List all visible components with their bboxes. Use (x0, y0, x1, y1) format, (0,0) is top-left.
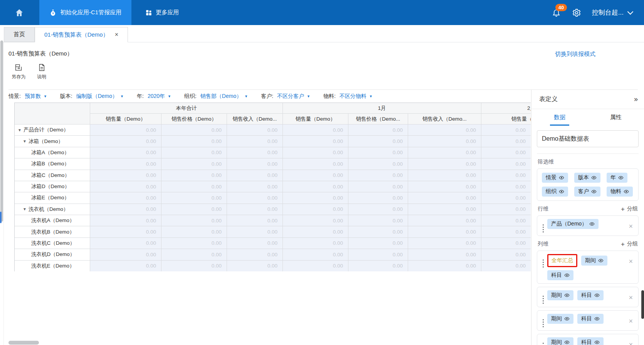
value-cell[interactable]: 0.00 (161, 170, 227, 181)
value-cell[interactable]: 0.00 (90, 181, 161, 192)
value-cell[interactable]: 0.00 (90, 147, 161, 158)
dimension-chip[interactable]: 产品（Demo） (547, 219, 599, 229)
value-cell[interactable]: 0.00 (90, 170, 161, 181)
value-cell[interactable]: 0.00 (227, 181, 283, 192)
value-cell[interactable]: 0.00 (348, 125, 408, 136)
value-cell[interactable]: 0.00 (161, 192, 227, 204)
value-cell[interactable]: 0.00 (227, 147, 283, 158)
row-label-cell[interactable]: 冰箱B（Demo） (15, 158, 90, 170)
value-cell[interactable]: 0.00 (481, 249, 531, 260)
value-cell[interactable]: 0.00 (161, 181, 227, 192)
value-cell[interactable]: 0.00 (283, 170, 348, 181)
value-cell[interactable]: 0.00 (161, 147, 227, 158)
table-name-input[interactable]: Demo基础数据表 (537, 130, 639, 147)
save-as-button[interactable]: 另存为 (12, 63, 25, 80)
value-cell[interactable]: 0.00 (90, 125, 161, 136)
value-cell[interactable]: 0.00 (408, 215, 481, 226)
remove-dimension-icon[interactable]: × (629, 318, 633, 325)
value-cell[interactable]: 0.00 (481, 226, 531, 237)
switch-to-fill-mode-link[interactable]: 切换到填报模式 (555, 50, 595, 58)
value-cell[interactable]: 0.00 (481, 158, 531, 170)
value-cell[interactable]: 0.00 (283, 147, 348, 158)
drag-handle-icon[interactable] (541, 343, 545, 345)
dimension-chip[interactable]: 期间 (547, 337, 573, 345)
remove-dimension-icon[interactable]: × (629, 341, 633, 345)
value-cell[interactable]: 0.00 (161, 215, 227, 226)
value-cell[interactable]: 0.00 (161, 226, 227, 237)
value-cell[interactable]: 0.00 (348, 158, 408, 170)
dimension-chip[interactable]: 科目 (577, 314, 604, 324)
filter-scenario[interactable]: 情景:预算数▼ (8, 93, 47, 100)
value-cell[interactable]: 0.00 (283, 181, 348, 192)
value-cell[interactable]: 0.00 (283, 125, 348, 136)
value-cell[interactable]: 0.00 (283, 261, 348, 272)
value-cell[interactable]: 0.00 (161, 125, 227, 136)
more-apps-button[interactable]: 更多应用 (135, 0, 189, 25)
filter-customer[interactable]: 客户:不区分客户▼ (261, 93, 310, 100)
value-cell[interactable]: 0.00 (227, 125, 283, 136)
filter-material[interactable]: 物料:不区分物料▼ (323, 93, 373, 100)
row-label-cell[interactable]: ▼洗衣机（Demo） (15, 204, 90, 215)
filter-year[interactable]: 年:2020年▼ (137, 93, 171, 100)
value-cell[interactable]: 0.00 (90, 249, 161, 260)
value-cell[interactable]: 0.00 (481, 136, 531, 147)
drag-handle-icon[interactable] (541, 319, 545, 327)
row-label-cell[interactable]: ▼冰箱（Demo） (15, 136, 90, 147)
row-label-cell[interactable]: 冰箱D（Demo） (15, 181, 90, 192)
tab-home[interactable]: 首页 (4, 27, 35, 42)
row-label-cell[interactable]: 洗衣机D（Demo） (15, 249, 90, 260)
value-cell[interactable]: 0.00 (348, 136, 408, 147)
value-cell[interactable]: 0.00 (348, 192, 408, 204)
expand-collapse-icon[interactable]: ▼ (18, 128, 22, 132)
value-cell[interactable]: 0.00 (481, 147, 531, 158)
dimension-chip[interactable]: 情景 (542, 173, 568, 183)
value-cell[interactable]: 0.00 (227, 249, 283, 260)
value-cell[interactable]: 0.00 (408, 125, 481, 136)
value-cell[interactable]: 0.00 (227, 238, 283, 249)
row-label-cell[interactable]: ▼产品合计（Demo） (15, 125, 90, 136)
drag-handle-icon[interactable] (541, 224, 545, 232)
dimension-chip[interactable]: 年 (607, 173, 627, 183)
value-cell[interactable]: 0.00 (227, 204, 283, 215)
value-cell[interactable]: 0.00 (161, 136, 227, 147)
value-cell[interactable]: 0.00 (90, 192, 161, 204)
row-label-cell[interactable]: 冰箱E（Demo） (15, 192, 90, 204)
dimension-chip[interactable]: 版本 (574, 173, 600, 183)
row-label-cell[interactable]: 洗衣机B（Demo） (15, 226, 90, 237)
value-cell[interactable]: 0.00 (481, 192, 531, 204)
value-cell[interactable]: 0.00 (408, 261, 481, 272)
value-cell[interactable]: 0.00 (408, 136, 481, 147)
filter-version[interactable]: 版本:编制版（Demo）▼ (60, 93, 124, 100)
value-cell[interactable]: 0.00 (283, 215, 348, 226)
value-cell[interactable]: 0.00 (227, 170, 283, 181)
value-cell[interactable]: 0.00 (481, 215, 531, 226)
value-cell[interactable]: 0.00 (408, 226, 481, 237)
value-cell[interactable]: 0.00 (408, 238, 481, 249)
value-cell[interactable]: 0.00 (161, 261, 227, 272)
dimension-chip[interactable]: 科目 (577, 290, 604, 300)
value-cell[interactable]: 0.00 (348, 215, 408, 226)
value-cell[interactable]: 0.00 (283, 249, 348, 260)
dimension-chip[interactable]: 期间 (547, 314, 573, 324)
value-cell[interactable]: 0.00 (161, 238, 227, 249)
value-cell[interactable]: 0.00 (408, 170, 481, 181)
value-cell[interactable]: 0.00 (481, 125, 531, 136)
add-row-group-button[interactable]: + 分组 (621, 205, 638, 212)
value-cell[interactable]: 0.00 (90, 261, 161, 272)
value-cell[interactable]: 0.00 (481, 238, 531, 249)
value-cell[interactable]: 0.00 (348, 147, 408, 158)
remove-dimension-icon[interactable]: × (629, 258, 633, 265)
expand-collapse-icon[interactable]: ▼ (23, 207, 27, 211)
value-cell[interactable]: 0.00 (90, 226, 161, 237)
value-cell[interactable]: 0.00 (348, 261, 408, 272)
dimension-chip[interactable]: 物料 (607, 187, 633, 197)
value-cell[interactable]: 0.00 (348, 204, 408, 215)
dimension-chip[interactable]: 科目 (547, 270, 573, 280)
value-cell[interactable]: 0.00 (408, 158, 481, 170)
value-cell[interactable]: 0.00 (90, 238, 161, 249)
value-cell[interactable]: 0.00 (283, 204, 348, 215)
close-tab-icon[interactable]: × (115, 32, 118, 38)
horizontal-scrollbar-thumb[interactable] (8, 341, 39, 345)
notifications-button[interactable]: 40 (552, 8, 561, 18)
value-cell[interactable]: 0.00 (348, 170, 408, 181)
